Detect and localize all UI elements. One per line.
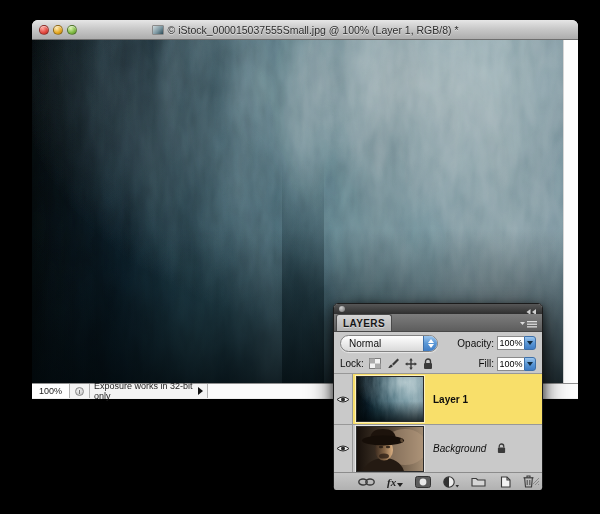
fx-icon: fx <box>387 477 396 487</box>
layer-row-background[interactable]: Background <box>334 424 542 472</box>
tab-layers-label: LAYERS <box>343 318 385 329</box>
opacity-value: 100% <box>499 338 522 348</box>
traffic-lights <box>39 25 77 35</box>
fill-field[interactable]: 100% <box>497 357 524 371</box>
panel-menu-button[interactable] <box>520 319 537 330</box>
status-menu-arrow-icon <box>198 387 203 395</box>
blend-mode-value: Normal <box>341 338 423 349</box>
panel-tab-bar: LAYERS <box>334 314 542 332</box>
layer1-thumbnail[interactable] <box>356 376 424 422</box>
fx-menu-arrow-icon <box>397 483 403 487</box>
zoom-level-value: 100% <box>39 386 62 396</box>
layers-panel: LAYERS Normal Opacity: 100% <box>333 303 543 489</box>
status-info-menu[interactable]: Exposure works in 32-bit only <box>90 384 208 398</box>
status-tip-text: Exposure works in 32-bit only <box>94 381 198 401</box>
add-layer-mask-button[interactable] <box>415 476 431 488</box>
minimize-button[interactable] <box>53 25 63 35</box>
background-locked-badge <box>497 443 506 454</box>
panel-footer: fx <box>334 472 542 490</box>
chevron-down-icon <box>527 362 533 366</box>
layer1-thumbnail-image <box>357 377 423 421</box>
stepper-down-icon <box>428 344 434 348</box>
adjustment-layer-button[interactable] <box>443 476 459 488</box>
status-icon-segment[interactable] <box>70 384 90 398</box>
new-group-button[interactable] <box>471 476 486 487</box>
opacity-label: Opacity: <box>457 338 494 349</box>
layer-name: Layer 1 <box>433 394 468 405</box>
chevron-down-icon <box>527 341 533 345</box>
window-title-group: © iStock_000015037555Small.jpg @ 100% (L… <box>152 24 459 36</box>
visibility-toggle-layer1[interactable] <box>334 374 353 424</box>
lock-row: Lock: Fill: 100% <box>334 354 542 373</box>
opacity-slider-button[interactable] <box>524 336 536 350</box>
adjustment-layer-icon <box>443 476 459 488</box>
status-icon <box>75 387 84 396</box>
background-thumbnail[interactable] <box>356 426 424 472</box>
window-title: © iStock_000015037555Small.jpg @ 100% (L… <box>168 24 459 36</box>
layer-row-layer1[interactable]: Layer 1 <box>334 373 542 424</box>
stepper-up-icon <box>428 339 434 343</box>
title-bar[interactable]: © iStock_000015037555Small.jpg @ 100% (L… <box>32 20 578 40</box>
tab-layers[interactable]: LAYERS <box>336 314 392 331</box>
panel-menu-icon <box>520 320 537 328</box>
lock-transparency-icon[interactable] <box>369 358 381 369</box>
lock-image-icon[interactable] <box>387 358 399 369</box>
link-layers-button[interactable] <box>358 478 375 486</box>
blend-mode-dropdown[interactable]: Normal <box>340 335 438 352</box>
lock-label: Lock: <box>340 358 364 369</box>
zoom-level-field[interactable]: 100% <box>32 384 70 398</box>
new-layer-button[interactable] <box>498 476 511 488</box>
panel-header-bar[interactable] <box>334 304 542 314</box>
fill-label: Fill: <box>478 358 494 369</box>
blend-mode-row: Normal Opacity: 100% <box>334 332 542 354</box>
visibility-toggle-background[interactable] <box>334 425 353 472</box>
fill-value: 100% <box>499 359 522 369</box>
opacity-field[interactable]: 100% <box>497 336 524 350</box>
background-thumbnail-image <box>357 427 423 471</box>
eye-icon <box>336 395 350 404</box>
folder-icon <box>471 476 486 487</box>
zoom-button[interactable] <box>67 25 77 35</box>
vertical-scrollbar[interactable] <box>563 40 578 383</box>
eye-icon <box>336 444 350 453</box>
fill-slider-button[interactable] <box>524 357 536 371</box>
resize-grip-icon <box>531 477 540 486</box>
panel-close-button[interactable] <box>339 306 345 312</box>
lock-icon <box>497 443 506 454</box>
layer-style-button[interactable]: fx <box>387 477 403 487</box>
blend-mode-stepper <box>423 336 437 351</box>
link-icon <box>358 478 375 486</box>
layer-name: Background <box>433 443 486 454</box>
layer-mask-icon <box>415 476 431 488</box>
panel-resize-grip[interactable] <box>531 477 540 488</box>
close-button[interactable] <box>39 25 49 35</box>
new-layer-icon <box>498 476 511 488</box>
lock-position-icon[interactable] <box>405 358 417 370</box>
document-proxy-icon[interactable] <box>152 25 164 35</box>
lock-all-icon[interactable] <box>423 358 433 370</box>
